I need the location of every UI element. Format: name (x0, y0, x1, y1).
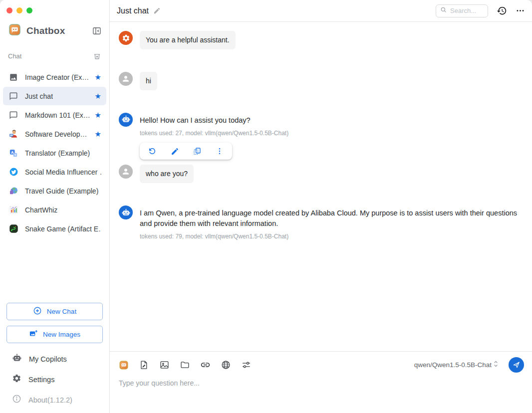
chat-header: Just chat (110, 0, 532, 22)
about-item[interactable]: About(1.12.2) (6, 390, 103, 410)
info-icon (12, 394, 21, 406)
message-text: Hello! How can I assist you today? (140, 115, 288, 126)
model-label: qwen/Qwen1.5-0.5B-Chat (414, 361, 492, 369)
image-icon (8, 72, 18, 82)
message-assistant: Hello! How can I assist you today? token… (119, 113, 520, 160)
close-window-button[interactable] (6, 7, 12, 13)
composer: qwen/Qwen1.5-0.5B-Chat (110, 351, 532, 413)
assistant-robot-avatar (119, 113, 133, 127)
chat-bubble-icon (8, 110, 18, 120)
chat-panel: Just chat (110, 0, 532, 413)
clear-conversations-icon[interactable] (93, 52, 101, 60)
new-chat-button[interactable]: New Chat (6, 303, 103, 320)
model-selector[interactable]: qwen/Qwen1.5-0.5B-Chat (414, 360, 499, 370)
search-icon (440, 6, 447, 15)
sidebar-item-just-chat[interactable]: Just chat ★ (3, 87, 106, 105)
message-input[interactable] (119, 379, 524, 403)
sidebar-item-software-developer[interactable]: Software Develop… ★ (3, 125, 106, 143)
token-usage-label: tokens used: 79, model: vllm(qwen/Qwen1.… (140, 233, 520, 240)
technologist-icon (8, 129, 18, 139)
gear-icon (12, 374, 21, 385)
copy-icon[interactable] (193, 147, 202, 156)
star-icon[interactable]: ★ (92, 92, 101, 100)
token-usage-label: tokens used: 27, model: vllm(qwen/Qwen1.… (140, 130, 288, 137)
bar-chart-icon (8, 205, 18, 215)
message-user: hi (119, 72, 520, 90)
user-avatar (119, 165, 133, 179)
chat-bubble-icon (8, 91, 18, 101)
tune-icon[interactable] (241, 360, 252, 370)
snake-game-icon (8, 224, 18, 234)
regenerate-icon[interactable] (148, 147, 157, 156)
more-actions-icon[interactable] (215, 147, 224, 156)
travel-globe-icon (8, 186, 18, 196)
sidebar-item-chartwhiz[interactable]: ChartWhiz (3, 201, 106, 219)
attach-image-icon[interactable] (159, 360, 170, 370)
message-system: You are a helpful assistant. (119, 31, 520, 49)
send-button[interactable] (509, 357, 524, 373)
message-actions-toolbar (140, 143, 232, 160)
chatbox-logo-icon (8, 23, 21, 38)
system-gear-avatar (119, 31, 133, 45)
search-input[interactable] (450, 7, 484, 14)
search-box[interactable] (436, 4, 488, 17)
chat-title: Just chat (117, 6, 149, 15)
chat-section-label: Chat (8, 52, 21, 60)
star-icon[interactable]: ★ (92, 130, 101, 138)
translator-icon: A a (8, 148, 18, 158)
sidebar-item-snake-game[interactable]: Snake Game (Artifact E… (3, 219, 106, 238)
sidebar-item-travel-guide[interactable]: Travel Guide (Example) (3, 182, 106, 200)
my-copilots-item[interactable]: My Copilots (6, 349, 103, 369)
attach-file-icon[interactable] (139, 360, 149, 370)
edit-title-icon[interactable] (153, 7, 161, 14)
message-list: You are a helpful assistant. hi (110, 22, 532, 351)
sidebar-item-markdown-101[interactable]: Markdown 101 (Ex… ★ (3, 106, 106, 124)
message-bubble: hi (140, 72, 157, 90)
message-bubble: You are a helpful assistant. (140, 31, 236, 49)
window-controls (0, 0, 109, 13)
conversation-list: Image Creator (Ex… ★ Just chat ★ (0, 67, 109, 238)
more-options-icon[interactable] (516, 6, 525, 15)
history-icon[interactable] (497, 5, 507, 16)
maximize-window-button[interactable] (26, 7, 32, 13)
message-bubble: who are you? (140, 165, 194, 183)
chatbox-window: Chatbox Chat Imag (0, 0, 532, 413)
edit-message-icon[interactable] (170, 147, 179, 156)
link-icon[interactable] (200, 360, 211, 370)
folder-icon[interactable] (180, 360, 190, 370)
chatbox-logo-icon[interactable] (119, 360, 129, 370)
app-title: Chatbox (26, 25, 65, 36)
sidebar-item-translator[interactable]: A a Translator (Example) (3, 144, 106, 162)
message-text: I am Qwen, a pre-trained language model … (140, 208, 520, 228)
settings-item[interactable]: Settings (6, 369, 103, 390)
message-user: who are you? (119, 165, 520, 183)
select-chevrons-icon (493, 360, 499, 370)
collapse-sidebar-icon[interactable] (91, 25, 102, 36)
user-avatar (119, 72, 133, 86)
image-plus-icon (29, 329, 38, 340)
twitter-icon (8, 167, 18, 177)
minimize-window-button[interactable] (16, 7, 22, 13)
message-assistant: I am Qwen, a pre-trained language model … (119, 206, 520, 240)
star-icon[interactable]: ★ (92, 111, 101, 119)
assistant-robot-avatar (119, 206, 133, 219)
web-browsing-icon[interactable] (221, 360, 231, 370)
robot-icon (12, 353, 22, 365)
new-images-button[interactable]: New Images (6, 326, 103, 343)
sidebar-item-social-media-influencer[interactable]: Social Media Influencer … (3, 163, 106, 181)
sidebar: Chatbox Chat Imag (0, 0, 110, 413)
sidebar-item-image-creator[interactable]: Image Creator (Ex… ★ (3, 68, 106, 86)
star-icon[interactable]: ★ (92, 73, 101, 81)
plus-circle-icon (33, 306, 42, 317)
